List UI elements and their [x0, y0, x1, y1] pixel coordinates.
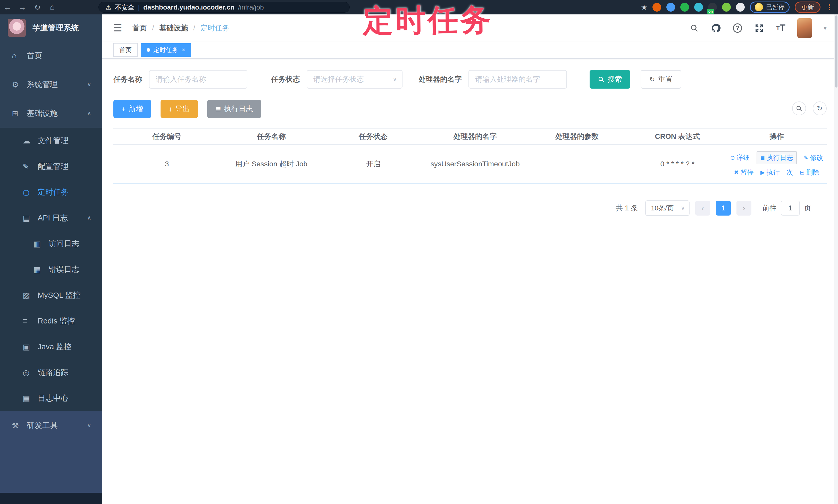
- forward-icon[interactable]: →: [15, 3, 30, 12]
- screen: ← → ↻ ⌂ ⚠ 不安全 | dashboard.yudao.iocoder.…: [0, 0, 838, 504]
- action-icon: ▶: [761, 169, 765, 176]
- sidebar-item[interactable]: ⚒ 研发工具 ∨: [0, 411, 102, 440]
- search-button[interactable]: 搜索: [590, 70, 630, 89]
- url-host: dashboard.yudao.iocoder.cn: [143, 3, 234, 11]
- close-tab-icon[interactable]: ×: [182, 46, 185, 54]
- extension-icon[interactable]: [736, 3, 745, 12]
- bookmark-star-icon[interactable]: ★: [641, 3, 647, 12]
- refresh-table-icon[interactable]: ↻: [813, 102, 827, 115]
- sidebar-item[interactable]: ▨ MySQL 监控: [0, 282, 102, 308]
- action-link[interactable]: ⊟删除: [800, 168, 819, 177]
- header-icons: ? TT ▾: [689, 18, 827, 38]
- tab-home[interactable]: 首页: [114, 43, 138, 57]
- sidebar-item-label: 基础设施: [27, 108, 58, 119]
- font-size-icon[interactable]: TT: [775, 23, 786, 33]
- plus-icon: +: [122, 105, 125, 113]
- fullscreen-icon[interactable]: [754, 23, 764, 33]
- pagination: 共 1 条 10条/页 ∨ ‹ 1 › 前往 页: [102, 200, 811, 216]
- address-bar[interactable]: ⚠ 不安全 | dashboard.yudao.iocoder.cn /infr…: [99, 2, 350, 13]
- sidebar-item[interactable]: ⊞ 基础设施 ∧: [0, 99, 102, 128]
- sidebar-item[interactable]: ◷ 定时任务: [0, 179, 102, 205]
- github-icon[interactable]: [711, 23, 721, 33]
- table-tools: ↻: [792, 102, 827, 115]
- job-name-input[interactable]: [149, 70, 247, 89]
- extension-icon[interactable]: [652, 3, 661, 12]
- goto-page: 前往 页: [762, 201, 811, 216]
- export-button[interactable]: ↓ 导出: [160, 100, 198, 118]
- sidebar-item[interactable]: ▦ 错误日志: [0, 256, 102, 282]
- action-link[interactable]: ⊙详细: [730, 153, 750, 162]
- sidebar-item-icon: ⊞: [12, 109, 27, 118]
- avatar[interactable]: [797, 18, 812, 38]
- security-warning-label[interactable]: 不安全: [115, 3, 134, 12]
- sidebar-item[interactable]: ▤ 日志中心: [0, 385, 102, 411]
- sidebar-item[interactable]: ▣ Java 监控: [0, 334, 102, 360]
- chevron-icon: ∨: [87, 422, 91, 429]
- action-link[interactable]: ✖暂停: [734, 168, 753, 177]
- extension-icon[interactable]: [666, 3, 675, 12]
- sidebar-item-label: API 日志: [38, 213, 68, 223]
- download-icon: ↓: [169, 105, 172, 113]
- sidebar-item[interactable]: ⚙ 系统管理 ∨: [0, 70, 102, 99]
- current-page-button[interactable]: 1: [716, 201, 731, 216]
- handler-name-input[interactable]: [469, 70, 567, 89]
- table-row[interactable]: 3 用户 Session 超时 Job 开启 sysUserSessionTim…: [114, 145, 827, 184]
- window-scrollbar[interactable]: [834, 14, 838, 504]
- extension-icon[interactable]: [680, 3, 689, 12]
- job-status-select[interactable]: ∨: [307, 70, 402, 89]
- sidebar-item[interactable]: ⌂ 首页: [0, 41, 102, 70]
- goto-page-input[interactable]: [781, 201, 800, 216]
- action-link[interactable]: ▶执行一次: [761, 168, 793, 177]
- total-count: 共 1 条: [616, 203, 638, 213]
- page-size-select[interactable]: 10条/页 ∨: [645, 200, 689, 216]
- app-title: 芋道管理系统: [33, 23, 79, 33]
- sidebar-item[interactable]: ◎ 链路追踪: [0, 360, 102, 385]
- emoji-face-icon: [755, 3, 763, 11]
- sidebar-item-icon: ⚒: [12, 421, 27, 430]
- toggle-search-icon[interactable]: [792, 102, 806, 115]
- job-status-select-input[interactable]: [307, 70, 402, 89]
- action-link[interactable]: ✎修改: [803, 153, 823, 162]
- paused-extension-pill[interactable]: 已暂停: [750, 2, 789, 13]
- prev-page-button[interactable]: ‹: [695, 201, 710, 216]
- action-icon: ✖: [734, 169, 738, 176]
- next-page-button[interactable]: ›: [736, 201, 751, 216]
- handler-name-label: 处理器的名字: [418, 74, 462, 84]
- browser-menu-icon[interactable]: ⋮: [826, 3, 833, 12]
- add-button[interactable]: + 新增: [114, 100, 151, 118]
- tab-scheduled-jobs[interactable]: 定时任务 ×: [141, 43, 191, 57]
- sidebar-item-label: Java 监控: [38, 342, 72, 352]
- breadcrumb-separator: /: [152, 24, 154, 32]
- search-icon[interactable]: [689, 23, 699, 33]
- extension-icon[interactable]: [722, 3, 731, 12]
- action-icon: ⊟: [800, 169, 804, 176]
- extension-icon[interactable]: [694, 3, 703, 12]
- avatar-caret-icon[interactable]: ▾: [824, 24, 827, 32]
- app-logo: [8, 19, 26, 37]
- url-path: /infra/job: [238, 3, 264, 11]
- browser-update-button[interactable]: 更新: [795, 2, 820, 13]
- sidebar-collapse-icon[interactable]: ☰: [114, 22, 122, 34]
- action-link[interactable]: ≣执行日志: [756, 151, 797, 164]
- sidebar-item[interactable]: ≡ Redis 监控: [0, 308, 102, 334]
- sidebar-item-icon: ▤: [23, 214, 38, 222]
- breadcrumb: 首页 / 基础设施 / 定时任务: [133, 23, 229, 33]
- exec-log-button[interactable]: ≣ 执行日志: [207, 100, 261, 118]
- sidebar-item[interactable]: ✎ 配置管理: [0, 154, 102, 179]
- extension-icon[interactable]: on: [708, 3, 717, 12]
- sidebar-item[interactable]: ☁ 文件管理: [0, 128, 102, 154]
- back-icon[interactable]: ←: [0, 3, 15, 12]
- reset-button[interactable]: ↻ 重置: [641, 70, 681, 89]
- reload-icon[interactable]: ↻: [30, 3, 45, 12]
- breadcrumb-home[interactable]: 首页: [133, 23, 147, 33]
- job-status-label: 任务状态: [271, 74, 300, 84]
- sidebar-item[interactable]: ▥ 访问日志: [0, 231, 102, 256]
- scrollbar-thumb[interactable]: [835, 15, 837, 88]
- help-icon[interactable]: ?: [732, 23, 743, 33]
- table-header-cell: 处理器的名字: [424, 131, 526, 141]
- home-icon[interactable]: ⌂: [45, 3, 60, 12]
- sidebar-item[interactable]: ▤ API 日志 ∧: [0, 205, 102, 231]
- app-logo-row[interactable]: 芋道管理系统: [0, 14, 102, 41]
- breadcrumb-infra[interactable]: 基础设施: [159, 23, 188, 33]
- sidebar-item-label: 错误日志: [49, 264, 80, 275]
